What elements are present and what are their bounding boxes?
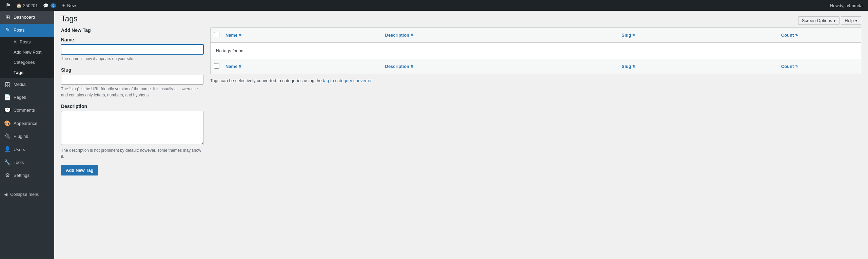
users-icon: 👤 [4,146,11,153]
collapse-icon: ◀ [4,192,7,197]
sidebar-item-users[interactable]: 👤 Users [0,143,54,156]
description-input[interactable] [61,111,203,145]
add-new-tag-button[interactable]: Add New Tag [61,165,98,175]
name-help: The name is how it appears on your site. [61,56,203,62]
description-sort-icon-footer: ⇅ [411,64,413,68]
settings-icon: ⚙ [4,172,11,179]
slug-label: Slug [61,67,203,73]
new-label: New [67,3,76,8]
sidebar-submenu-tags: Tags [14,70,23,76]
name-sort-icon-footer: ⇅ [239,64,241,68]
sidebar-item-all-posts[interactable]: All Posts [0,37,54,47]
sidebar-item-plugins[interactable]: 🔌 Plugins [0,130,54,143]
col-footer-name-label: Name [225,64,237,69]
footer-checkbox-col [211,63,223,70]
main-wrapper: ⊞ Dashboard ✎ Posts All Posts Add New Po… [0,11,868,259]
help-button[interactable]: Help ▾ [841,16,861,25]
sidebar-submenu-categories: Categories [14,59,35,66]
name-field: Name The name is how it appears on your … [61,37,203,62]
posts-icon: ✎ [4,26,11,34]
collapse-menu[interactable]: ◀ Collapse menu [0,189,54,200]
converter-link[interactable]: tag to category converter [323,78,371,83]
col-footer-slug[interactable]: Slug ⇅ [619,62,778,71]
tools-icon: 🔧 [4,159,11,166]
converter-text-after: . [372,78,373,83]
table-wrapper: Name ⇅ Description ⇅ Slug ⇅ [210,27,861,74]
screen-options-button[interactable]: Screen Options ▾ [798,16,840,25]
description-label: Description [61,104,203,109]
col-header-name[interactable]: Name ⇅ [223,31,382,40]
col-count-label: Count [781,33,794,38]
select-all-checkbox[interactable] [214,32,219,37]
appearance-icon: 🎨 [4,120,11,127]
name-label: Name [61,37,203,42]
table-header-row: Name ⇅ Description ⇅ Slug ⇅ [211,28,861,43]
wp-logo-icon: ⚑ [5,2,11,9]
sidebar-item-media[interactable]: 🖼 Media [0,78,54,91]
sidebar-submenu-add-new-post: Add New Post [14,49,41,55]
sidebar-item-appearance[interactable]: 🎨 Appearance [0,117,54,130]
form-title: Add New Tag [61,27,203,33]
col-header-description[interactable]: Description ⇅ [382,31,619,40]
sidebar-item-categories[interactable]: Categories [0,57,54,68]
col-footer-name[interactable]: Name ⇅ [223,62,382,71]
slug-sort-icon: ⇅ [632,33,635,37]
sidebar-item-add-new-post[interactable]: Add New Post [0,47,54,57]
sidebar-item-tags[interactable]: Tags [0,68,54,78]
comment-icon: 💬 [43,3,48,8]
col-description-label: Description [385,33,410,38]
site-name-label: 250201 [23,3,38,8]
col-header-slug[interactable]: Slug ⇅ [619,31,778,40]
pages-icon: 📄 [4,94,11,101]
col-header-count[interactable]: Count ⇅ [778,31,861,40]
sidebar-item-posts[interactable]: ✎ Posts [0,24,54,37]
slug-help: The “slug” is the URL-friendly version o… [61,86,203,98]
converter-text-before: Tags can be selectively converted to cat… [210,78,323,83]
sidebar-item-label-media: Media [14,81,25,88]
sidebar-item-label-dashboard: Dashboard [14,14,35,20]
new-content[interactable]: ＋ New [59,0,79,11]
col-slug-label: Slug [622,33,631,38]
plus-icon: ＋ [61,2,66,8]
sidebar-item-label-comments: Comments [14,107,35,113]
sidebar-item-label-settings: Settings [14,172,29,179]
slug-input[interactable] [61,75,203,85]
name-input[interactable] [61,44,203,54]
tag-form: Add New Tag Name The name is how it appe… [61,27,203,175]
sidebar-item-label-appearance: Appearance [14,121,37,127]
description-help: The description is not prominent by defa… [61,147,203,160]
admin-menu: ⊞ Dashboard ✎ Posts All Posts Add New Po… [0,11,54,259]
description-field: Description The description is not promi… [61,104,203,160]
wp-logo[interactable]: ⚑ [3,0,14,11]
col-footer-count[interactable]: Count ⇅ [778,62,861,71]
no-tags-text: No tags found. [216,48,245,53]
screen-options-label: Screen Options [802,18,832,23]
slug-sort-icon-footer: ⇅ [632,64,635,68]
sidebar-item-tools[interactable]: 🔧 Tools [0,156,54,169]
sidebar-item-label-plugins: Plugins [14,133,28,140]
sidebar-item-label-tools: Tools [14,160,24,166]
help-label: Help [845,18,854,23]
site-name[interactable]: 🏠 250201 [14,0,40,11]
count-sort-icon: ⇅ [795,33,798,37]
comments-link[interactable]: 💬 0 [40,0,59,11]
col-footer-description[interactable]: Description ⇅ [382,62,619,71]
name-sort-icon: ⇅ [239,33,241,37]
sidebar-item-dashboard[interactable]: ⊞ Dashboard [0,11,54,24]
sidebar-item-label-users: Users [14,147,25,153]
site-name-icon: 🏠 [16,3,22,8]
dashboard-icon: ⊞ [4,14,11,21]
select-all-checkbox-bottom[interactable] [214,63,219,69]
page-wrap: Tags Add New Tag Name The name is how it… [54,11,868,182]
no-tags-message: No tags found. [211,43,861,59]
comments-menu-icon: 💬 [4,107,11,114]
col-footer-description-label: Description [385,64,410,69]
sidebar-item-settings[interactable]: ⚙ Settings [0,169,54,182]
sidebar-item-comments[interactable]: 💬 Comments [0,104,54,117]
page-title: Tags [61,14,861,23]
sidebar-item-pages[interactable]: 📄 Pages [0,91,54,104]
col-name-label: Name [225,33,237,38]
sidebar-item-label-posts: Posts [14,27,25,33]
comment-count: 0 [51,3,56,8]
admin-bar: ⚑ 🏠 250201 💬 0 ＋ New Howdy, a4mm4a [0,0,868,11]
